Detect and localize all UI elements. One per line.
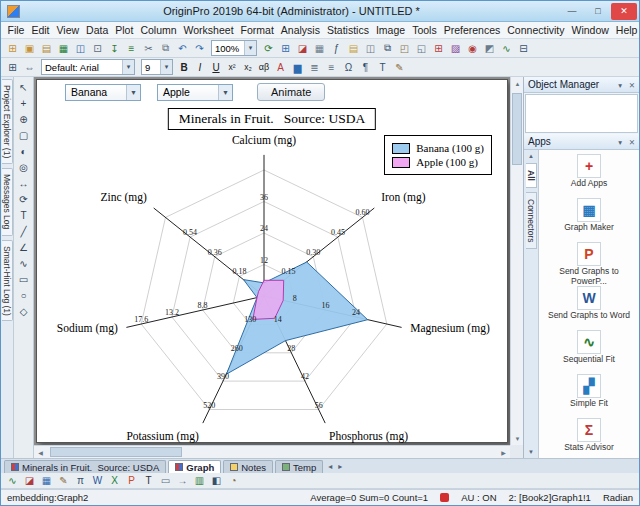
object-manager-body[interactable] bbox=[525, 94, 638, 133]
theme-organizer-icon[interactable]: ◩ bbox=[481, 41, 498, 56]
powerpoint-icon[interactable]: P bbox=[123, 473, 140, 488]
greek-button[interactable]: αβ bbox=[256, 60, 272, 75]
menu-column[interactable]: Column bbox=[137, 24, 180, 36]
project-explorer-icon[interactable]: ◰ bbox=[396, 41, 413, 56]
app-sequential-fit[interactable]: ∿Sequential Fit bbox=[539, 328, 639, 372]
color-scale-icon[interactable]: ▥ bbox=[191, 473, 208, 488]
app-send-graphs-to-powerpoint[interactable]: PSend Graphs to PowerP... bbox=[539, 240, 639, 284]
object-manager-menu-icon[interactable]: ▾ bbox=[618, 81, 622, 90]
format-painter-icon[interactable]: ✎ bbox=[391, 60, 408, 75]
pan-tool-icon[interactable]: ↔ bbox=[15, 175, 32, 191]
apps-tab-all[interactable]: All bbox=[526, 163, 537, 188]
mask-tool-icon[interactable]: ◐ bbox=[15, 143, 32, 159]
screen-capture-icon[interactable]: ◉ bbox=[464, 41, 481, 56]
superscript-button[interactable]: x² bbox=[224, 60, 240, 75]
font-color-button[interactable]: A bbox=[272, 60, 289, 75]
app-send-graphs-to-word[interactable]: WSend Graphs to Word bbox=[539, 284, 639, 328]
font-combo-arrow-icon[interactable]: ▾ bbox=[122, 60, 134, 74]
layer-object-icon[interactable]: ◧ bbox=[208, 473, 225, 488]
fruit2-dropdown-arrow-icon[interactable]: ▼ bbox=[218, 85, 232, 100]
panel-tab-project-explorer-1[interactable]: Project Explorer (1) bbox=[2, 79, 13, 164]
rescale-icon[interactable]: ⇔ bbox=[21, 60, 38, 75]
menu-connectivity[interactable]: Connectivity bbox=[504, 24, 568, 36]
rect-tool-icon[interactable]: ▭ bbox=[15, 271, 32, 287]
copy-icon[interactable]: ⧉ bbox=[157, 41, 174, 56]
menu-window[interactable]: Window bbox=[568, 24, 612, 36]
rotate-tool-icon[interactable]: ⟳ bbox=[15, 191, 32, 207]
date-stamp-icon[interactable]: ◔ bbox=[225, 473, 242, 488]
scroll-left-icon[interactable]: ◀ bbox=[34, 446, 47, 458]
menu-help[interactable]: Help bbox=[612, 24, 640, 36]
rectangle-object-icon[interactable]: ▭ bbox=[157, 473, 174, 488]
align-left-icon[interactable]: ≣ bbox=[306, 60, 323, 75]
tab-temp[interactable]: Temp bbox=[275, 460, 323, 473]
fruit2-dropdown[interactable]: Apple ▼ bbox=[157, 84, 233, 101]
ellipse-tool-icon[interactable]: ○ bbox=[15, 287, 32, 303]
line-tool-icon[interactable]: ╱ bbox=[15, 223, 32, 239]
excel-icon[interactable]: X bbox=[106, 473, 123, 488]
chart-legend[interactable]: Banana (100 g)Apple (100 g) bbox=[384, 135, 492, 175]
app-stats-advisor[interactable]: ΣStats Advisor bbox=[539, 416, 639, 458]
zoom-combo-arrow-icon[interactable]: ▾ bbox=[244, 41, 256, 55]
graph-object-icon[interactable]: ◪ bbox=[21, 473, 38, 488]
pointer-tool-icon[interactable]: ↖ bbox=[15, 79, 32, 95]
fitting-icon[interactable]: ∿ bbox=[498, 41, 515, 56]
print-icon[interactable]: ⊡ bbox=[89, 41, 106, 56]
app-add-apps[interactable]: +Add Apps bbox=[539, 152, 639, 196]
font-size-combo[interactable]: 9 ▾ bbox=[141, 59, 173, 75]
menu-data[interactable]: Data bbox=[83, 24, 112, 36]
menu-preferences[interactable]: Preferences bbox=[440, 24, 504, 36]
new-folder-icon[interactable]: ▣ bbox=[21, 41, 38, 56]
apps-gallery-icon[interactable]: ⊞ bbox=[430, 41, 447, 56]
zoom-combo[interactable]: 100% ▾ bbox=[211, 40, 257, 56]
import-ascii-icon[interactable]: ≡ bbox=[123, 41, 140, 56]
polyline-tool-icon[interactable]: ∠ bbox=[15, 239, 32, 255]
new-fit-icon[interactable]: ∿ bbox=[4, 473, 21, 488]
menu-plot[interactable]: Plot bbox=[112, 24, 137, 36]
zoom-tool-icon[interactable]: ◎ bbox=[15, 159, 32, 175]
subscript-button[interactable]: x₂ bbox=[240, 60, 256, 75]
open-icon[interactable]: ▤ bbox=[38, 41, 55, 56]
app-graph-maker[interactable]: ▦Graph Maker bbox=[539, 196, 639, 240]
equation-icon[interactable]: π bbox=[72, 473, 89, 488]
apps-menu-icon[interactable]: ▾ bbox=[618, 138, 622, 147]
fill-color-button[interactable]: ▆ bbox=[289, 60, 306, 75]
text-style-icon[interactable]: T bbox=[374, 60, 391, 75]
undo-icon[interactable]: ↶ bbox=[174, 41, 191, 56]
apps-close-icon[interactable]: ✕ bbox=[629, 138, 635, 147]
menu-worksheet[interactable]: Worksheet bbox=[180, 24, 237, 36]
scroll-right-icon[interactable]: ▶ bbox=[497, 446, 510, 458]
maximize-button[interactable]: □ bbox=[585, 3, 611, 20]
data-reader-icon[interactable]: ⊕ bbox=[15, 111, 32, 127]
paragraph-icon[interactable]: ¶ bbox=[357, 60, 374, 75]
tab-minerals-book[interactable]: Minerals in Fruit. Source: USDA bbox=[4, 460, 166, 473]
apps-tabs-scroll-down-icon[interactable]: ▼ bbox=[528, 447, 534, 457]
symbol-map-icon[interactable]: Ω bbox=[340, 60, 357, 75]
cut-icon[interactable]: ✂ bbox=[140, 41, 157, 56]
copy-format-icon[interactable]: ✎ bbox=[55, 473, 72, 488]
apps-tab-connectors[interactable]: Connectors bbox=[526, 192, 537, 249]
new-notes-icon[interactable]: ▤ bbox=[345, 41, 362, 56]
new-function-icon[interactable]: ƒ bbox=[328, 41, 345, 56]
menu-file[interactable]: File bbox=[4, 24, 28, 36]
arrow-object-icon[interactable]: → bbox=[174, 473, 191, 488]
minimize-button[interactable]: — bbox=[559, 3, 585, 20]
bold-button[interactable]: B bbox=[176, 60, 192, 75]
refresh-icon[interactable]: ⟳ bbox=[260, 41, 277, 56]
color-palette-icon[interactable]: ▨ bbox=[447, 41, 464, 56]
horizontal-scroll-thumb[interactable] bbox=[50, 447, 182, 457]
text-object-icon[interactable]: T bbox=[140, 473, 157, 488]
align-center-icon[interactable]: ≡ bbox=[323, 60, 340, 75]
close-button[interactable]: ✕ bbox=[611, 3, 637, 20]
menu-tools[interactable]: Tools bbox=[409, 24, 441, 36]
add-layer-icon[interactable]: ⊞ bbox=[4, 60, 21, 75]
redo-icon[interactable]: ↷ bbox=[191, 41, 208, 56]
vertical-scrollbar[interactable]: ▲ ▼ bbox=[510, 77, 523, 445]
scroll-down-icon[interactable]: ▼ bbox=[511, 432, 523, 445]
word-icon[interactable]: W bbox=[89, 473, 106, 488]
italic-button[interactable]: I bbox=[192, 60, 208, 75]
data-selector-icon[interactable]: ▢ bbox=[15, 127, 32, 143]
worksheet-object-icon[interactable]: ▦ bbox=[38, 473, 55, 488]
screen-reader-icon[interactable]: + bbox=[15, 95, 32, 111]
menu-edit[interactable]: Edit bbox=[28, 24, 53, 36]
